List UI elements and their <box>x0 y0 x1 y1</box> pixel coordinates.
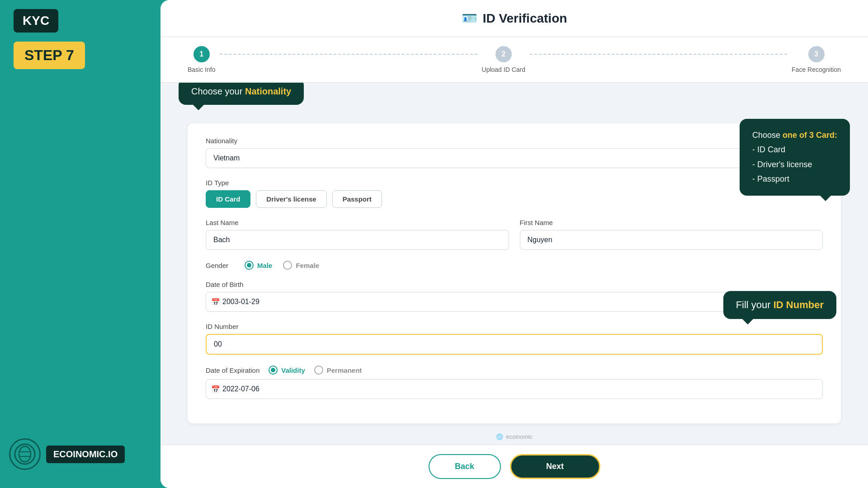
step-2-circle: 2 <box>495 46 512 62</box>
watermark: 🌐 ecoinomic <box>496 433 533 440</box>
permanent-label: Permanent <box>327 366 362 374</box>
step-badge: STEP 7 <box>14 42 85 69</box>
expiry-calendar-icon: 📅 <box>211 385 220 394</box>
step-1-circle: 1 <box>193 46 210 62</box>
expiry-label: Date of Expiration <box>206 366 259 374</box>
step-2-label: Upload ID Card <box>482 66 526 73</box>
progress-bar: 1 Basic Info 2 Upload ID Card 3 Face Rec… <box>160 37 868 83</box>
page-title: ID Verification <box>483 11 567 26</box>
female-label: Female <box>296 262 319 269</box>
drivers-license-button[interactable]: Driver's license <box>256 190 326 208</box>
nationality-group: Nationality <box>206 137 823 168</box>
expiry-group: Date of Expiration Validity Permanent 📅 <box>206 366 823 399</box>
nationality-label: Nationality <box>206 137 823 145</box>
female-radio-circle[interactable] <box>283 261 292 270</box>
svg-point-0 <box>15 444 35 464</box>
id-number-label: ID Number <box>206 323 823 330</box>
card-option-2: - Driver's license <box>752 160 812 169</box>
logo-icon <box>9 438 41 470</box>
connector-2 <box>530 54 787 55</box>
step-3: 3 Face Recognition <box>792 46 841 73</box>
nationality-input[interactable] <box>206 148 823 168</box>
gender-label: Gender <box>206 262 228 269</box>
last-name-input[interactable] <box>206 230 509 250</box>
step-1-label: Basic Info <box>188 66 215 73</box>
last-name-label: Last Name <box>206 219 509 226</box>
male-radio-circle[interactable] <box>245 261 254 270</box>
kyc-badge: KYC <box>14 9 58 33</box>
id-number-group: ID Number Fill your ID Number <box>206 323 823 355</box>
id-number-input[interactable] <box>206 334 823 355</box>
nationality-tooltip: Choose your Nationality <box>179 83 304 105</box>
last-name-group: Last Name <box>206 219 509 250</box>
step-3-circle: 3 <box>808 46 825 62</box>
step-2: 2 Upload ID Card <box>482 46 526 73</box>
passport-button[interactable]: Passport <box>332 190 382 208</box>
sidebar: KYC STEP 7 ECOINOMIC.IO <box>0 0 160 488</box>
id-card-button[interactable]: ID Card <box>206 190 250 208</box>
permanent-radio-circle[interactable] <box>314 366 323 375</box>
dob-calendar-icon: 📅 <box>211 298 220 306</box>
bottom-bar: Back Next <box>160 445 868 488</box>
validity-radio-circle[interactable] <box>269 366 278 375</box>
expiry-row: Date of Expiration Validity Permanent <box>206 366 823 375</box>
card-option-1: - ID Card <box>752 145 785 154</box>
expiry-input-wrap: 📅 <box>206 379 823 399</box>
next-button[interactable]: Next <box>510 454 600 479</box>
watermark-text: ecoinomic <box>506 433 533 440</box>
step-3-label: Face Recognition <box>792 66 841 73</box>
male-label: Male <box>257 262 272 269</box>
first-name-input[interactable] <box>520 230 823 250</box>
card-type-tooltip: Choose one of 3 Card: - ID Card - Driver… <box>740 119 850 196</box>
validity-label: Validity <box>281 366 305 374</box>
id-number-tooltip: Fill your ID Number <box>723 291 836 319</box>
first-name-group: First Name <box>520 219 823 250</box>
gender-group: Gender Male Female <box>206 261 823 270</box>
first-name-label: First Name <box>520 219 823 226</box>
dob-label: Date of Birth <box>206 281 823 288</box>
id-type-label: ID Type <box>206 179 823 187</box>
step-1: 1 Basic Info <box>188 46 215 73</box>
connector-1 <box>220 54 477 55</box>
watermark-icon: 🌐 <box>496 433 503 440</box>
validity-option[interactable]: Validity <box>269 366 305 375</box>
card-option-3: - Passport <box>752 174 789 183</box>
ecoinomic-logo: ECOINOMIC.IO <box>9 438 125 470</box>
id-type-group: ID Type ID Card Driver's license Passpor… <box>206 179 823 208</box>
form-area: Choose your Nationality Choose one of 3 … <box>160 83 868 445</box>
id-card-header-icon: 🪪 <box>462 11 477 26</box>
logo-text: ECOINOMIC.IO <box>46 446 125 463</box>
gender-female[interactable]: Female <box>283 261 319 270</box>
page-header: 🪪 ID Verification <box>160 0 868 37</box>
main-content: 🪪 ID Verification 1 Basic Info 2 Upload … <box>160 0 868 488</box>
expiry-input[interactable] <box>206 379 823 399</box>
id-type-buttons: ID Card Driver's license Passport <box>206 190 823 208</box>
permanent-option[interactable]: Permanent <box>314 366 362 375</box>
back-button[interactable]: Back <box>429 454 501 479</box>
name-row: Last Name First Name <box>206 219 823 261</box>
gender-male[interactable]: Male <box>245 261 272 270</box>
